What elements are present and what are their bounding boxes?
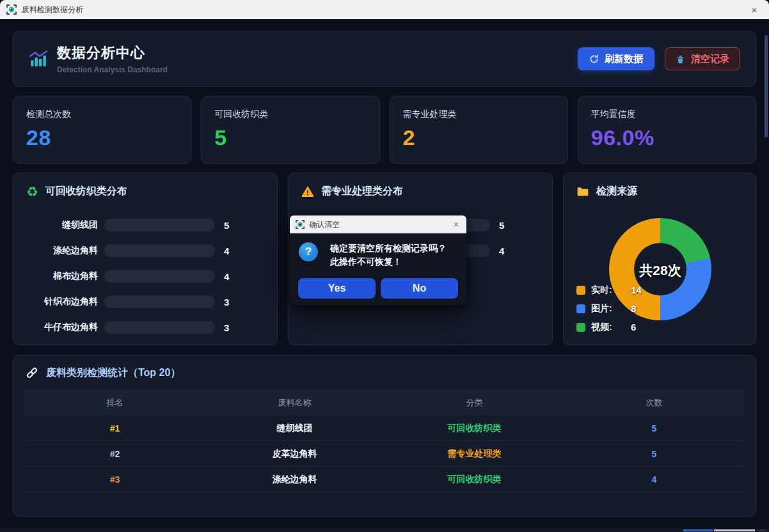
- dialog-close-button[interactable]: ×: [452, 219, 461, 230]
- stats-table: 排名 废料名称 分类 次数 #1 缝纫线团 可回收纺织类 5 #2 皮革边角料 …: [25, 390, 744, 492]
- cell-category: 可回收纺织类: [384, 423, 564, 434]
- window-titlebar: 废料检测数据分析 ×: [0, 0, 769, 19]
- legend-swatch: [576, 323, 585, 332]
- bar-label: 涤纶边角料: [26, 245, 104, 256]
- stat-card-recyclable: 可回收纺织类 5: [201, 96, 379, 164]
- bar-value: 4: [224, 271, 229, 282]
- legend-swatch: [576, 286, 585, 295]
- confirm-clear-dialog: 确认清空 × ? 确定要清空所有检测记录吗？ 此操作不可恢复！ Yes No: [290, 215, 466, 305]
- stat-value: 5: [214, 125, 366, 150]
- bar-value: 5: [499, 220, 504, 231]
- bar-value: 3: [224, 297, 229, 308]
- panel-title: 可回收纺织类分布: [45, 185, 127, 198]
- bar-value: 4: [499, 246, 504, 256]
- stat-value: 2: [403, 125, 555, 150]
- bar-value: 5: [224, 220, 229, 231]
- bar-track: [104, 244, 215, 257]
- legend-label: 图片:: [591, 303, 622, 315]
- window-title: 废料检测数据分析: [22, 4, 83, 15]
- bar-track: [104, 270, 215, 283]
- legend-label: 实时:: [591, 285, 622, 296]
- bar-row: 涤纶边角料 4: [26, 244, 264, 257]
- legend-item: 视频: 6: [576, 320, 642, 334]
- column-header-count: 次数: [564, 397, 744, 409]
- cell-rank: #2: [25, 449, 205, 459]
- section-title: 废料类别检测统计（Top 20）: [46, 366, 180, 380]
- bar-row: 棉布边角料 4: [26, 270, 264, 283]
- cell-category: 可回收纺织类: [384, 474, 564, 485]
- table-row: #3 涤纶边角料 可回收纺织类 4: [25, 467, 744, 492]
- dialog-title: 确认清空: [309, 219, 340, 230]
- dialog-titlebar: 确认清空 ×: [290, 215, 466, 233]
- dialog-message: 确定要清空所有检测记录吗？ 此操作不可恢复！: [330, 242, 447, 269]
- cell-count: 4: [564, 474, 744, 485]
- cell-name: 缝纫线团: [205, 423, 384, 434]
- bar-row: 牛仔布边角料 3: [26, 321, 264, 334]
- refresh-button-label: 刷新数据: [605, 53, 643, 65]
- bar-value: 3: [224, 322, 229, 333]
- window-close-button[interactable]: ×: [746, 4, 763, 15]
- stat-card-professional: 需专业处理类 2: [390, 96, 568, 164]
- stat-cards-row: 检测总次数 28 可回收纺织类 5 需专业处理类 2 平均置信度 96.0%: [13, 96, 756, 164]
- table-row: #2 皮革边角料 需专业处理类 5: [25, 441, 744, 467]
- recycle-icon: ♻: [26, 185, 38, 198]
- panel-title: 需专业处理类分布: [321, 185, 403, 198]
- yes-button[interactable]: Yes: [298, 278, 376, 299]
- panel-title: 检测来源: [596, 185, 637, 198]
- bar-track: [104, 321, 215, 334]
- column-header-category: 分类: [384, 397, 564, 409]
- app-eye-icon: [6, 4, 17, 15]
- dialog-eye-icon: [296, 220, 305, 229]
- bar-row: 缝纫线团 5: [26, 219, 264, 231]
- cell-rank: #3: [25, 474, 205, 485]
- dialog-message-line1: 确定要清空所有检测记录吗？: [330, 242, 447, 255]
- stat-card-confidence: 平均置信度 96.0%: [578, 96, 756, 164]
- bar-label: 针织布边角料: [26, 296, 104, 308]
- cell-count: 5: [564, 423, 744, 434]
- bar-row: 针织布边角料 3: [26, 295, 264, 308]
- bar-value: 4: [224, 246, 229, 256]
- legend-value: 8: [631, 303, 636, 314]
- stat-label: 平均置信度: [591, 109, 743, 120]
- cell-name: 皮革边角料: [205, 448, 384, 460]
- dashboard-header: 数据分析中心 Detection Analysis Dashboard 刷新数据: [13, 31, 756, 87]
- recyclable-distribution-panel: ♻ 可回收纺织类分布 缝纫线团 5 涤纶边角料 4 棉布边角料: [13, 173, 278, 345]
- cell-name: 涤纶边角料: [205, 474, 384, 485]
- bar-label: 缝纫线团: [26, 219, 104, 231]
- clear-records-button[interactable]: 清空记录: [665, 47, 740, 70]
- legend-value: 14: [631, 285, 642, 295]
- folder-icon: [576, 185, 589, 198]
- stat-card-total: 检测总次数 28: [13, 96, 191, 164]
- taskbar-gray-fragment: [714, 529, 755, 531]
- warning-icon: [301, 185, 314, 198]
- bar-label: 牛仔布边角料: [26, 322, 104, 333]
- stat-value: 28: [26, 125, 178, 150]
- legend-value: 6: [631, 322, 636, 332]
- trash-icon: [676, 54, 685, 64]
- refresh-data-button[interactable]: 刷新数据: [578, 47, 654, 70]
- vertical-scrollbar[interactable]: [765, 35, 768, 137]
- legend-label: 视频:: [591, 322, 622, 333]
- no-button[interactable]: No: [381, 278, 458, 299]
- detection-source-panel: 检测来源 共28次 实时: 14 图片: 8: [563, 173, 756, 345]
- stat-label: 可回收纺织类: [214, 109, 366, 120]
- taskbar-dark-fragment: [759, 529, 766, 531]
- stat-label: 检测总次数: [26, 109, 178, 120]
- bar-track: [104, 295, 215, 308]
- question-icon: ?: [299, 242, 318, 262]
- legend-item: 图片: 8: [576, 302, 642, 315]
- legend-swatch: [576, 304, 585, 313]
- taskbar-blue-fragment: [683, 529, 713, 531]
- donut-center-label: 共28次: [583, 262, 737, 279]
- clear-button-label: 清空记录: [691, 53, 729, 65]
- dialog-message-line2: 此操作不可恢复！: [330, 255, 447, 269]
- refresh-icon: [589, 54, 599, 64]
- analytics-chart-icon: [29, 49, 48, 68]
- table-header-row: 排名 废料名称 分类 次数: [25, 390, 744, 416]
- legend-item: 实时: 14: [576, 283, 642, 297]
- link-icon: [25, 366, 39, 380]
- cell-count: 5: [564, 449, 744, 459]
- page-subtitle: Detection Analysis Dashboard: [57, 65, 168, 74]
- stat-label: 需专业处理类: [403, 109, 555, 120]
- table-row: #1 缝纫线团 可回收纺织类 5: [25, 416, 744, 441]
